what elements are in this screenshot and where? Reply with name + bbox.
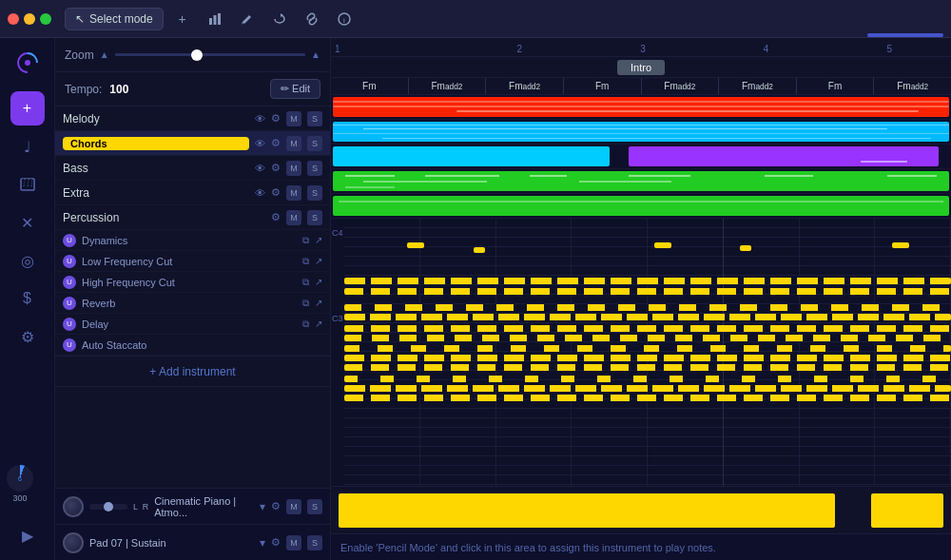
chord-fm-3: Fm bbox=[797, 78, 875, 94]
effect-curve-reverb[interactable]: ↗ bbox=[315, 298, 322, 308]
effect-copy-dynamics[interactable]: ⧉ bbox=[302, 235, 309, 246]
instrument-dropdown-1[interactable]: ▾ bbox=[260, 500, 265, 513]
track-solo-extra[interactable]: S bbox=[307, 185, 322, 201]
effect-dot-lfc[interactable]: U bbox=[63, 255, 76, 268]
zoom-min-icon: ▲ bbox=[100, 49, 109, 60]
track-mute-percussion[interactable]: M bbox=[286, 210, 301, 225]
chord-fm-2: Fm bbox=[564, 78, 642, 94]
edit-tempo-button[interactable]: ✏ Edit bbox=[270, 79, 320, 99]
sidebar-notes-btn[interactable]: ♩ bbox=[10, 129, 45, 164]
select-mode-label: Select mode bbox=[89, 12, 153, 26]
panner-1[interactable] bbox=[89, 504, 127, 510]
note-block bbox=[474, 247, 485, 253]
instrument-settings-2[interactable]: ⚙ bbox=[271, 536, 281, 549]
ruler-marks: 1 2 3 4 5 bbox=[331, 44, 951, 54]
effect-dot-hfc[interactable]: U bbox=[63, 276, 76, 289]
svg-point-6 bbox=[25, 60, 30, 66]
effect-dot-delay[interactable]: U bbox=[63, 318, 76, 331]
effect-curve-dynamics[interactable]: ↗ bbox=[315, 235, 322, 245]
bar-chart-icon-btn[interactable] bbox=[202, 6, 228, 32]
track-lane-melody bbox=[331, 95, 951, 120]
track-settings-percussion[interactable]: ⚙ bbox=[271, 211, 281, 223]
track-visibility-bass[interactable]: 👁 bbox=[255, 163, 265, 174]
track-mute-chords[interactable]: M bbox=[286, 136, 301, 151]
section-label: Intro bbox=[617, 60, 665, 75]
instrument-mute-2[interactable]: M bbox=[286, 535, 301, 550]
effect-curve-lfc[interactable]: ↗ bbox=[315, 256, 322, 266]
instrument-name-1: Cinematic Piano | Atmo... bbox=[154, 495, 254, 518]
mini-note-block-large[interactable] bbox=[339, 493, 835, 528]
percussion-block[interactable] bbox=[333, 196, 949, 216]
add-button[interactable]: + bbox=[169, 6, 196, 32]
main-area: + ♩ ✕ ◎ $ ⚙ ▶ Zoom ▲ ▲ Tempo: 100 ✏ Edit bbox=[0, 38, 951, 560]
instrument-dropdown-2[interactable]: ▾ bbox=[260, 536, 265, 550]
v-grid bbox=[344, 219, 951, 486]
effect-name-delay: Delay bbox=[82, 319, 297, 330]
effect-copy-reverb[interactable]: ⧉ bbox=[302, 298, 309, 309]
track-visibility-extra[interactable]: 👁 bbox=[255, 187, 265, 199]
mini-note-block-small[interactable] bbox=[871, 493, 943, 528]
sidebar-play-btn[interactable]: ▶ bbox=[10, 518, 45, 552]
instrument-solo-2[interactable]: S bbox=[307, 535, 322, 550]
track-row-bass: Bass 👁 ⚙ M S bbox=[55, 156, 330, 181]
app-logo bbox=[10, 46, 45, 80]
ruler: 1 2 3 4 5 bbox=[331, 38, 951, 57]
maximize-button[interactable] bbox=[40, 13, 51, 25]
redo-icon-btn[interactable] bbox=[266, 6, 293, 32]
track-settings-melody[interactable]: ⚙ bbox=[271, 112, 281, 125]
effect-copy-delay[interactable]: ⧉ bbox=[302, 319, 309, 330]
instrument-solo-1[interactable]: S bbox=[307, 499, 322, 514]
track-settings-extra[interactable]: ⚙ bbox=[271, 186, 281, 199]
volume-knob-1[interactable] bbox=[63, 496, 84, 517]
chords-block[interactable] bbox=[333, 122, 949, 142]
volume-knob-2[interactable] bbox=[63, 532, 84, 553]
ruler-mark-1: 1 bbox=[331, 44, 458, 54]
ruler-mark-3: 3 bbox=[581, 44, 705, 54]
sidebar-gear-btn[interactable]: ⚙ bbox=[10, 319, 45, 354]
track-solo-melody[interactable]: S bbox=[307, 111, 322, 126]
info-icon-btn[interactable]: i bbox=[331, 6, 358, 32]
bass-block-2[interactable] bbox=[629, 146, 939, 166]
instrument-selector-1: L R Cinematic Piano | Atmo... ▾ ⚙ M S bbox=[55, 488, 330, 524]
sidebar-piano-btn[interactable] bbox=[10, 167, 45, 202]
track-solo-chords[interactable]: S bbox=[307, 136, 322, 151]
effect-dot-dynamics[interactable]: U bbox=[63, 234, 76, 247]
track-visibility-melody[interactable]: 👁 bbox=[255, 113, 265, 125]
bass-block-1[interactable] bbox=[333, 146, 610, 166]
melody-block[interactable] bbox=[333, 97, 949, 117]
zoom-slider[interactable] bbox=[115, 53, 306, 56]
effect-curve-delay[interactable]: ↗ bbox=[315, 319, 322, 329]
effect-curve-hfc[interactable]: ↗ bbox=[315, 277, 322, 287]
chord-fmadd2-5: Fmadd2 bbox=[874, 78, 951, 94]
sidebar-circle-btn[interactable]: ◎ bbox=[10, 243, 45, 278]
track-mute-melody[interactable]: M bbox=[286, 111, 301, 126]
sidebar-close-btn[interactable]: ✕ bbox=[10, 205, 45, 240]
bpm-inner: 6 bbox=[18, 475, 22, 482]
ruler-mark-5: 5 bbox=[827, 44, 951, 54]
minimize-button[interactable] bbox=[24, 13, 35, 25]
instrument-settings-1[interactable]: ⚙ bbox=[271, 500, 281, 512]
track-settings-bass[interactable]: ⚙ bbox=[271, 162, 281, 174]
track-mute-bass[interactable]: M bbox=[286, 161, 301, 176]
close-button[interactable] bbox=[8, 13, 19, 25]
pencil-icon-btn[interactable] bbox=[234, 6, 261, 32]
bpm-knob[interactable]: 6 bbox=[7, 465, 33, 492]
track-visibility-chords[interactable]: 👁 bbox=[255, 138, 265, 149]
track-settings-chords[interactable]: ⚙ bbox=[271, 137, 281, 149]
extra-block[interactable] bbox=[333, 171, 949, 191]
effect-dot-autostac[interactable]: U bbox=[63, 338, 76, 352]
add-instrument-button[interactable]: + Add instrument bbox=[55, 357, 330, 387]
sidebar-add-btn[interactable]: + bbox=[10, 91, 45, 126]
track-solo-bass[interactable]: S bbox=[307, 161, 322, 176]
effect-copy-lfc[interactable]: ⧉ bbox=[302, 256, 309, 267]
track-solo-percussion[interactable]: S bbox=[307, 210, 322, 225]
piano-roll[interactable]: C4 C3 bbox=[331, 219, 951, 486]
track-mute-extra[interactable]: M bbox=[286, 185, 301, 201]
effect-dot-reverb[interactable]: U bbox=[63, 297, 76, 310]
select-mode-button[interactable]: ↖ Select mode bbox=[65, 8, 164, 30]
sidebar-dollar-btn[interactable]: $ bbox=[10, 281, 45, 316]
link-icon-btn[interactable] bbox=[299, 6, 325, 32]
instrument-mute-1[interactable]: M bbox=[286, 499, 301, 514]
svg-rect-2 bbox=[218, 13, 221, 25]
effect-copy-hfc[interactable]: ⧉ bbox=[302, 277, 309, 288]
